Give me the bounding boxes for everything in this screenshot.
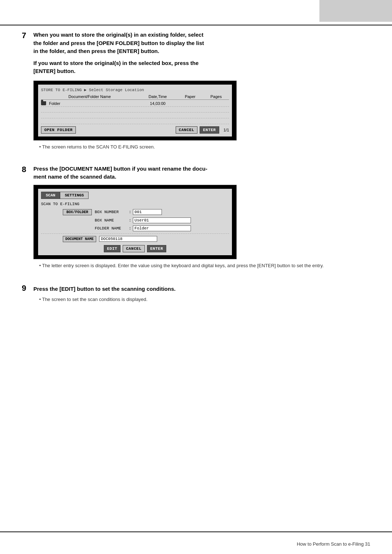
enter-button-screen8[interactable]: ENTER xyxy=(147,245,167,252)
step-7: 7 When you want to store the original(s)… xyxy=(22,31,370,155)
step-9-bullet: The screen to set the scan conditions is… xyxy=(39,297,370,302)
screen-8-tabs: SCAN SETTINGS xyxy=(41,192,229,199)
enter-button-screen7[interactable]: ENTER xyxy=(200,126,219,134)
box-name-row: BOX NAME : User01 xyxy=(41,217,229,223)
edit-button-screen8[interactable]: EDIT xyxy=(104,245,121,252)
step-9-title: Press the [EDIT] button to set the scann… xyxy=(33,285,370,293)
tab-settings[interactable]: SETTINGS xyxy=(60,192,89,199)
col-header-name: Document/Folder Name xyxy=(41,94,138,99)
cancel-button-screen7[interactable]: CANCEL xyxy=(176,126,198,134)
screen-7: STORE TO E-FILING ▶ Select Storage Locat… xyxy=(33,81,237,140)
doc-name-row: DOCUMENT NAME DOC050118 xyxy=(41,233,229,242)
tab-scan[interactable]: SCAN xyxy=(41,192,60,199)
col-header-paper: Paper xyxy=(177,94,203,99)
step-7-bullet: The screen returns to the SCAN TO E-FILI… xyxy=(39,144,370,150)
folder-name-value: Folder xyxy=(133,225,191,231)
step-8: 8 Press the [DOCUMENT NAME] button if yo… xyxy=(22,165,370,273)
open-folder-button[interactable]: OPEN FOLDER xyxy=(41,126,76,134)
box-name-value: User01 xyxy=(133,217,191,223)
box-name-label: BOX NAME xyxy=(95,218,127,223)
page-indicator-7: 1/1 xyxy=(224,128,229,132)
folder-icon xyxy=(41,101,46,105)
screen-7-row-1-name: Folder xyxy=(41,101,138,106)
box-number-label: BOX NUMBER xyxy=(95,210,127,214)
screen-8-footer: EDIT CANCEL ENTER xyxy=(41,245,229,252)
footer-text: How to Perform Scan to e-Filing 31 xyxy=(297,541,370,547)
screen-7-inner: STORE TO E-FILING ▶ Select Storage Locat… xyxy=(38,85,232,137)
folder-name-row: FOLDER NAME : Folder xyxy=(41,225,229,231)
step-9: 9 Press the [EDIT] button to set the sca… xyxy=(22,284,370,307)
step-7-number: 7 xyxy=(22,31,33,40)
screen-7-row-1: Folder 14,03:00 xyxy=(41,101,229,107)
screen-7-empty-row-1 xyxy=(41,107,229,113)
screen-7-table-header: Document/Folder Name Date,Time Paper Pag… xyxy=(41,94,229,100)
step-9-content: Press the [EDIT] button to set the scann… xyxy=(33,285,370,307)
col-header-pages: Pages xyxy=(203,94,229,99)
footer: How to Perform Scan to e-Filing 31 xyxy=(22,541,370,547)
scan-to-efiling-label: SCAN TO E-FILING xyxy=(41,202,229,206)
col-header-datetime: Date,Time xyxy=(138,94,177,99)
step-7-content: When you want to store the original(s) i… xyxy=(33,31,370,155)
screen-8-inner: SCAN SETTINGS SCAN TO E-FILING BOX/FOLDE… xyxy=(38,189,232,255)
screen-7-empty-row-2 xyxy=(41,113,229,118)
step-9-number: 9 xyxy=(22,284,33,293)
step-8-number: 8 xyxy=(22,165,33,174)
screen-7-footer: OPEN FOLDER CANCEL ENTER 1/1 xyxy=(41,126,229,134)
bottom-divider xyxy=(0,531,392,532)
doc-name-value: DOC050118 xyxy=(99,236,157,242)
top-bar-graphic xyxy=(319,0,392,22)
screen-8: SCAN SETTINGS SCAN TO E-FILING BOX/FOLDE… xyxy=(33,185,237,259)
main-content: 7 When you want to store the original(s)… xyxy=(22,31,370,525)
top-divider xyxy=(0,25,392,25)
folder-name-label: FOLDER NAME xyxy=(95,226,127,231)
screen-7-row-1-datetime: 14,03:00 xyxy=(138,101,177,106)
step-7-title: When you want to store the original(s) i… xyxy=(33,31,370,56)
cancel-button-screen8[interactable]: CANCEL xyxy=(123,245,145,252)
step-8-title: Press the [DOCUMENT NAME] button if you … xyxy=(33,165,370,181)
screen-7-breadcrumb: STORE TO E-FILING ▶ Select Storage Locat… xyxy=(41,87,229,92)
box-folder-row: BOX/FOLDER BOX NUMBER : 001 xyxy=(41,209,229,215)
box-folder-button[interactable]: BOX/FOLDER xyxy=(63,209,92,215)
document-name-button[interactable]: DOCUMENT NAME xyxy=(63,236,96,242)
step-8-bullet: The letter entry screen is displayed. En… xyxy=(39,263,370,268)
box-number-value: 001 xyxy=(133,209,162,215)
step-8-content: Press the [DOCUMENT NAME] button if you … xyxy=(33,165,370,273)
step-7-title2: If you want to store the original(s) in … xyxy=(33,59,370,76)
screen-7-empty-row-3 xyxy=(41,118,229,124)
